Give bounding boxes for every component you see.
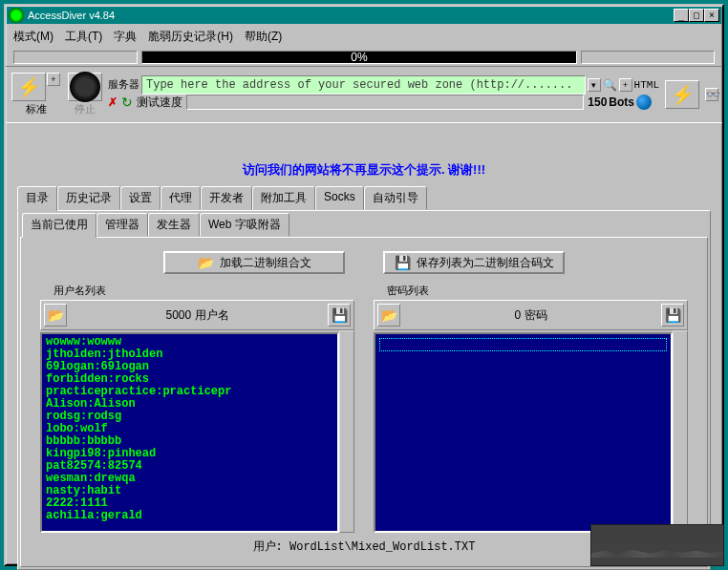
progress-main: 0% xyxy=(141,51,577,64)
bots-value: 150 xyxy=(588,95,607,109)
pass-count: 0 xyxy=(514,308,521,322)
menu-dict[interactable]: 字典 xyxy=(110,27,140,47)
subtab-generator[interactable]: 发生器 xyxy=(148,213,200,237)
pass-list-header: 密码列表 xyxy=(374,282,688,300)
html-bolt-button[interactable]: ⚡ xyxy=(665,80,699,109)
tab-auto[interactable]: 自动引导 xyxy=(364,186,427,210)
sub-panel: 📂 加载二进制组合文 💾 保存列表为二进制组合码文 用户名列表 📂 5000 用… xyxy=(20,237,708,567)
load-combo-label: 加载二进制组合文 xyxy=(220,255,311,271)
main-panel: 当前已使用 管理器 发生器 Web 字吸附器 📂 加载二进制组合文 💾 保存列表… xyxy=(17,210,711,570)
tab-history[interactable]: 历史记录 xyxy=(57,186,120,210)
progress-left xyxy=(13,51,138,64)
menu-mode[interactable]: 模式(M) xyxy=(10,27,57,47)
pass-scrollbar[interactable] xyxy=(673,330,688,533)
standard-button[interactable]: ⚡ xyxy=(11,73,46,101)
main-window: AccessDiver v4.84 _ □ × 模式(M) 工具(T) 字典 脆… xyxy=(4,4,724,566)
user-save-button[interactable]: 💾 xyxy=(328,304,351,327)
user-count-label: 用户名 xyxy=(195,308,229,322)
save-icon-2: 💾 xyxy=(332,307,348,323)
tab-addons[interactable]: 附加工具 xyxy=(252,186,315,210)
sub-tabs: 当前已使用 管理器 发生器 Web 字吸附器 xyxy=(20,213,708,237)
pass-open-button[interactable]: 📂 xyxy=(377,304,400,327)
menubar: 模式(M) 工具(T) 字典 脆弱历史记录(H) 帮助(Z) xyxy=(6,25,722,49)
globe-icon xyxy=(636,95,652,110)
user-open-button[interactable]: 📂 xyxy=(44,304,67,327)
user-count: 5000 xyxy=(165,308,191,322)
titlebar[interactable]: AccessDiver v4.84 _ □ × xyxy=(7,7,721,24)
progress-row: 0% xyxy=(6,49,722,66)
html-label: HTML xyxy=(634,79,659,91)
standard-label: 标准 xyxy=(26,102,47,116)
tab-settings[interactable]: 设置 xyxy=(120,186,161,210)
tab-directory[interactable]: 目录 xyxy=(17,186,57,211)
menu-help[interactable]: 帮助(Z) xyxy=(241,27,286,47)
pass-list-panel: 密码列表 📂 0 密码 💾 xyxy=(374,282,688,533)
subtab-manager[interactable]: 管理器 xyxy=(96,213,148,237)
goggles-button[interactable] xyxy=(705,88,718,101)
folder-icon-3: 📂 xyxy=(381,307,397,323)
save-icon-3: 💾 xyxy=(665,307,681,323)
load-combo-button[interactable]: 📂 加载二进制组合文 xyxy=(163,251,345,274)
user-scrollbar[interactable] xyxy=(339,330,354,533)
subtab-current[interactable]: 当前已使用 xyxy=(22,213,96,238)
tab-socks[interactable]: Socks xyxy=(315,186,364,210)
maximize-button[interactable]: □ xyxy=(689,9,704,22)
close-button[interactable]: × xyxy=(704,9,719,22)
pass-save-button[interactable]: 💾 xyxy=(661,304,684,327)
menu-history[interactable]: 脆弱历史记录(H) xyxy=(144,27,237,47)
stop-label: 停止 xyxy=(75,102,96,116)
bolt-icon: ⚡ xyxy=(17,75,41,98)
main-tabs: 目录 历史记录 设置 代理 开发者 附加工具 Socks 自动引导 xyxy=(6,186,722,210)
search-icon[interactable] xyxy=(603,78,617,92)
toolbar: ⚡ + 标准 停止 服务器 ▾ + HTML ✗ ↻ 测试速度 xyxy=(6,66,722,123)
stop-button[interactable] xyxy=(68,73,102,101)
folder-icon: 📂 xyxy=(198,255,214,270)
bolt-icon-2: ⚡ xyxy=(671,83,695,106)
save-icon: 💾 xyxy=(395,255,411,270)
speed-label: 测试速度 xyxy=(137,95,182,111)
pass-count-label: 密码 xyxy=(525,308,547,322)
minimize-button[interactable]: _ xyxy=(674,9,689,22)
history-x-icon[interactable]: ✗ xyxy=(108,95,118,109)
pass-list-box[interactable] xyxy=(374,332,673,533)
server-label: 服务器 xyxy=(108,77,139,92)
tab-proxy[interactable]: 代理 xyxy=(161,186,201,210)
bots-label: Bots xyxy=(609,95,634,109)
notice-text: 访问我们的网站将不再显示这个提示. 谢谢!!! xyxy=(6,123,722,186)
hand-icon xyxy=(70,72,100,102)
bottom-graph-thumb xyxy=(590,524,724,566)
html-plus-button[interactable]: + xyxy=(619,78,632,92)
refresh-icon[interactable]: ↻ xyxy=(121,95,133,110)
tab-dev[interactable]: 开发者 xyxy=(201,186,252,210)
save-combo-label: 保存列表为二进制组合码文 xyxy=(417,255,554,271)
user-list-box[interactable]: wowww:wowww jtholden:jtholden 69logan:69… xyxy=(40,332,339,533)
address-input[interactable] xyxy=(141,75,586,95)
user-list-panel: 用户名列表 📂 5000 用户名 💾 wowww:wowww jtholden:… xyxy=(40,282,354,533)
speed-slider[interactable] xyxy=(186,95,584,110)
address-dropdown-button[interactable]: ▾ xyxy=(588,78,601,92)
subtab-leecher[interactable]: Web 字吸附器 xyxy=(200,213,289,237)
progress-right xyxy=(581,51,715,64)
standard-plus-button[interactable]: + xyxy=(47,73,60,86)
user-list-header: 用户名列表 xyxy=(40,282,354,300)
window-title: AccessDiver v4.84 xyxy=(28,10,674,21)
save-combo-button[interactable]: 💾 保存列表为二进制组合码文 xyxy=(383,251,565,274)
user-list-content: wowww:wowww jtholden:jtholden 69logan:69… xyxy=(42,334,337,524)
app-icon xyxy=(9,8,24,23)
menu-tools[interactable]: 工具(T) xyxy=(61,27,106,47)
folder-icon-2: 📂 xyxy=(48,307,64,323)
